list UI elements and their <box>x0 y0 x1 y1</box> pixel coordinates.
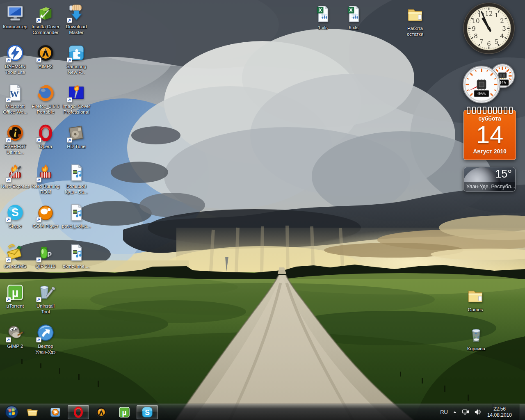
excel-file-icon: X <box>313 4 333 24</box>
svg-text:i: i <box>14 127 17 139</box>
qip-icon: P <box>36 243 55 262</box>
explorer-icon <box>26 406 39 419</box>
start-button[interactable] <box>2 404 21 420</box>
desktop-icon-bkmz[interactable]: bkmz-inne.... <box>58 243 95 269</box>
taskbar-button-media-player[interactable] <box>44 405 66 420</box>
svg-text:3: 3 <box>502 25 506 32</box>
word-icon: W <box>5 83 25 103</box>
taskbar-button-skype[interactable]: S <box>136 405 158 420</box>
skype-task-icon: S <box>141 406 154 419</box>
show-desktop-button[interactable] <box>520 404 525 420</box>
shortcut-arrow-icon <box>6 97 11 103</box>
desktop-icon-uninstall-tool[interactable]: Uninstall Tool <box>27 283 64 315</box>
skype-icon: S <box>5 203 25 222</box>
shortcut-arrow-icon <box>67 18 72 23</box>
desktop-icon-label: Nero Burning ROM <box>32 184 59 195</box>
desktop-icon-label: Imagix Cover Professional <box>62 104 90 115</box>
aimp-task-icon <box>95 406 108 419</box>
vector-map-icon <box>36 323 55 342</box>
desktop-icon-label: AIMP2 <box>39 64 53 70</box>
svg-text:1: 1 <box>495 11 499 19</box>
language-indicator[interactable]: RU <box>440 409 448 415</box>
desktop-icon-label: Корзина <box>467 346 485 352</box>
shortcut-arrow-icon <box>36 337 41 342</box>
desktop-icon-label: Firefox_3.6.6 Portable <box>32 104 59 115</box>
isendsms-icon <box>5 243 25 262</box>
shortcut-arrow-icon <box>6 177 11 183</box>
chevron-up-icon <box>452 409 458 415</box>
tray-time: 22:56 <box>493 406 506 412</box>
svg-text:µ: µ <box>12 286 19 299</box>
desktop-icon-games[interactable]: Games <box>457 286 494 313</box>
desktop-icon-bolshoy-kush[interactable]: Большой Куш - Ба... <box>58 163 95 195</box>
svg-text:5: 5 <box>495 38 499 46</box>
aimp-icon <box>36 43 55 63</box>
svg-text:9: 9 <box>472 25 476 32</box>
svg-text:µ: µ <box>122 408 126 417</box>
tray-clock[interactable]: 22:56 14.08.2010 <box>486 406 514 418</box>
shortcut-arrow-icon <box>6 217 11 222</box>
svg-text:X: X <box>349 7 353 13</box>
desktop-icon-label: Download Master <box>66 24 87 35</box>
desktop-icon-pavel-volya[interactable]: pavel_volya... <box>58 203 95 229</box>
tray-date: 14.08.2010 <box>487 412 512 418</box>
calendar-gadget[interactable]: суббота 14 Август 2010 <box>463 110 516 160</box>
clock-gadget[interactable]: 121234567891011 <box>463 2 515 55</box>
desktop-icon-file-6xls[interactable]: X6.xls <box>335 4 372 31</box>
desktop-icon-label: Opera <box>39 144 52 150</box>
desktop-icon-label: 6.xls <box>349 25 358 31</box>
desktop-icon-label: µTorrent <box>7 304 24 309</box>
desktop-icon-rabota-ostatki[interactable]: Работа остатки <box>397 5 434 37</box>
taskbar-button-opera[interactable] <box>67 405 89 420</box>
show-hidden-icons-button[interactable] <box>452 409 458 415</box>
imagix-icon <box>66 83 86 103</box>
desktop-icon-korzina[interactable]: Корзина <box>458 325 495 352</box>
calendar-month-year: Август 2010 <box>464 148 516 155</box>
recycle-bin-icon <box>466 325 486 345</box>
network-icon <box>462 408 470 416</box>
desktop-icon-vektor-ulan-ude[interactable]: Вектор Улан-Удэ <box>27 323 64 355</box>
shortcut-arrow-icon <box>6 137 11 143</box>
shortcut-arrow-icon <box>36 18 41 23</box>
desktop-icon-samsung-new-pc-studio[interactable]: Samsung New P... <box>58 43 95 75</box>
calendar-day: 14 <box>464 123 516 147</box>
network-tray-icon[interactable] <box>462 408 470 416</box>
desktop-icon-label: Insofta Cover Commander <box>32 24 59 35</box>
desktop-icon-label: EVEREST Ultima... <box>4 144 26 155</box>
desktop-icon-label: Nero Express <box>1 184 30 189</box>
excel-file-icon: X <box>344 4 363 24</box>
cpu-meter-gadget[interactable]: 44%06% <box>461 62 518 106</box>
desktop-icon-label: Большой Куш - Ба... <box>65 184 87 195</box>
weather-gadget[interactable]: 15° Улан-Уде, Республ... <box>463 167 516 192</box>
desktop-icon-hd-tune[interactable]: HD Tune <box>58 123 95 150</box>
gom-icon <box>36 203 55 222</box>
desktop-icon-label: QIP 2010 <box>36 264 55 269</box>
shortcut-arrow-icon <box>67 57 72 63</box>
desktop-icon-label: iSendSMS <box>4 264 26 269</box>
svg-text:W: W <box>10 89 19 100</box>
hdtune-icon <box>66 123 86 143</box>
taskbar-button-explorer[interactable] <box>21 405 43 420</box>
media-file-icon <box>66 243 86 262</box>
shortcut-arrow-icon <box>6 337 11 342</box>
taskbar-button-utorrent[interactable]: µ <box>113 405 135 420</box>
samsung-icon <box>66 43 86 63</box>
analog-clock-face: 121234567891011 <box>463 2 515 55</box>
desktop-icon-label: Работа остатки <box>407 26 423 37</box>
everest-icon: i <box>5 123 25 143</box>
svg-text:X: X <box>319 7 322 13</box>
desktop-icon-label: Games <box>468 307 483 313</box>
volume-tray-icon[interactable] <box>474 408 482 416</box>
desktop-icon-download-master[interactable]: Download Master <box>58 3 95 35</box>
svg-text:7: 7 <box>479 38 484 46</box>
desktop-icon-label: Microsoft Office Wo... <box>3 104 27 115</box>
media-player-icon <box>49 406 62 419</box>
desktop-icon-imagix-cover-professional[interactable]: Imagix Cover Professional <box>58 83 95 115</box>
desktop-icon-label: Вектор Улан-Удэ <box>36 344 56 355</box>
folder-icon <box>466 286 485 306</box>
taskbar-button-aimp[interactable] <box>90 405 112 420</box>
shortcut-arrow-icon <box>67 97 72 103</box>
media-file-icon <box>66 203 86 222</box>
desktop-icon-label: pavel_volya... <box>62 224 91 229</box>
shortcut-arrow-icon <box>6 57 11 63</box>
